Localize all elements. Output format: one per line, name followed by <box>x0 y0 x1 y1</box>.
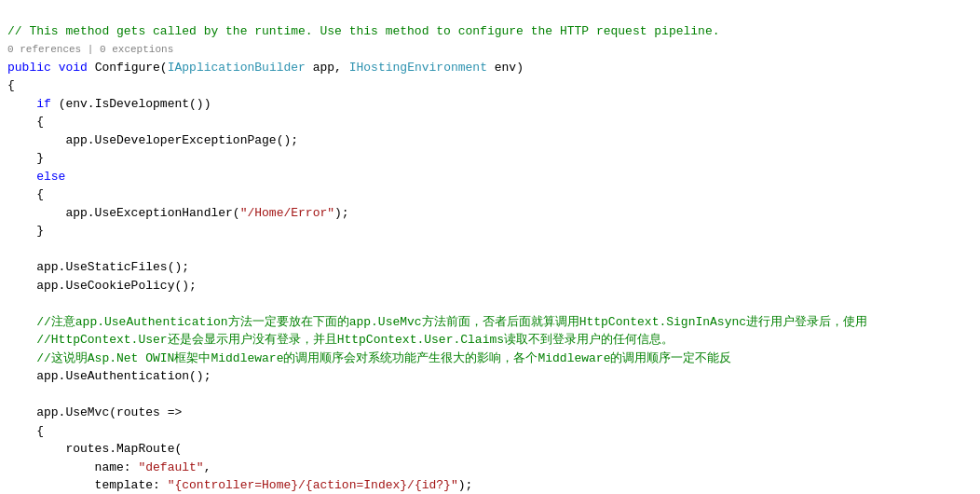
code-line: //HttpContext.User还是会显示用户没有登录，并且HttpCont… <box>0 331 980 350</box>
code-token: IHostingEnvironment <box>349 61 487 75</box>
code-line: // This method gets called by the runtim… <box>0 22 980 41</box>
code-token: // This method gets called by the runtim… <box>7 24 720 38</box>
code-line: if (env.IsDevelopment()) <box>0 95 980 114</box>
code-token: } <box>7 151 44 165</box>
code-token: routes.MapRoute( <box>7 442 182 456</box>
code-line <box>0 240 980 259</box>
code-line: { <box>0 76 980 95</box>
code-token: { <box>7 187 44 201</box>
code-line: app.UseAuthentication(); <box>0 367 980 386</box>
code-token: app.UseAuthentication(); <box>7 369 211 383</box>
code-editor: // This method gets called by the runtim… <box>0 0 980 494</box>
code-token: app, <box>306 61 349 75</box>
code-token: else <box>36 170 65 184</box>
code-token: //注意app.UseAuthentication方法一定要放在下面的app.U… <box>7 315 867 329</box>
code-line: public void Configure(IApplicationBuilde… <box>0 59 980 77</box>
code-token <box>7 170 36 184</box>
code-token: app.UseStaticFiles(); <box>7 260 189 274</box>
code-token: { <box>7 424 44 438</box>
code-token: if <box>36 97 51 111</box>
code-line: app.UseDeveloperExceptionPage(); <box>0 131 980 150</box>
code-token: env) <box>487 61 524 75</box>
code-line: template: "{controller=Home}/{action=Ind… <box>0 476 980 494</box>
code-token: ); <box>458 478 473 492</box>
code-token: "{controller=Home}/{action=Index}/{id?}" <box>168 478 458 492</box>
code-line: app.UseMvc(routes => <box>0 404 980 422</box>
code-token: public <box>7 61 51 75</box>
code-token: void <box>59 61 88 75</box>
code-token: , <box>204 460 211 474</box>
code-token: Configure( <box>88 61 168 75</box>
code-line <box>0 386 980 405</box>
code-token: app.UseCookiePolicy(); <box>7 279 197 293</box>
code-token: //这说明Asp.Net OWIN框架中Middleware的调用顺序会对系统功… <box>7 351 731 365</box>
code-token: } <box>7 224 44 238</box>
code-line: //这说明Asp.Net OWIN框架中Middleware的调用顺序会对系统功… <box>0 350 980 368</box>
code-line: } <box>0 222 980 240</box>
code-line: app.UseStaticFiles(); <box>0 258 980 277</box>
code-line: routes.MapRoute( <box>0 440 980 459</box>
code-token: ); <box>334 206 349 220</box>
code-token: IApplicationBuilder <box>168 61 306 75</box>
code-line: name: "default", <box>0 459 980 477</box>
code-token: template: <box>7 478 168 492</box>
code-line: app.UseExceptionHandler("/Home/Error"); <box>0 204 980 223</box>
code-token: //HttpContext.User还是会显示用户没有登录，并且HttpCont… <box>7 333 674 347</box>
code-token: app.UseMvc(routes => <box>7 405 182 419</box>
code-token: "/Home/Error" <box>240 206 334 220</box>
code-token: "default" <box>138 460 203 474</box>
code-line: 0 references | 0 exceptions <box>0 40 980 59</box>
code-token <box>7 97 36 111</box>
code-token: name: <box>7 460 138 474</box>
code-token: { <box>7 78 15 92</box>
code-token <box>51 61 59 75</box>
code-line: //注意app.UseAuthentication方法一定要放在下面的app.U… <box>0 313 980 332</box>
code-token: (env.IsDevelopment()) <box>51 97 211 111</box>
code-line: { <box>0 185 980 204</box>
code-line: { <box>0 113 980 131</box>
code-line: app.UseCookiePolicy(); <box>0 277 980 295</box>
code-token: app.UseExceptionHandler( <box>7 206 240 220</box>
code-line <box>0 295 980 313</box>
code-token: { <box>7 115 44 129</box>
code-line: { <box>0 422 980 441</box>
code-token: 0 references | 0 exceptions <box>7 44 173 55</box>
code-line: } <box>0 149 980 168</box>
code-line: else <box>0 168 980 186</box>
code-token: app.UseDeveloperExceptionPage(); <box>7 133 298 147</box>
